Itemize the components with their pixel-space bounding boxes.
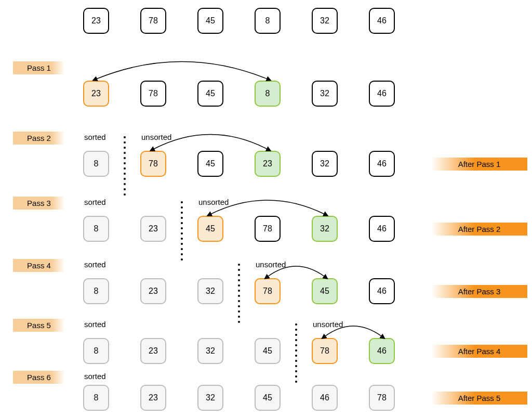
sorted-label: sorted [84,372,106,381]
array-cell-sorted: 8 [83,338,109,364]
array-cell: 78 [255,216,281,242]
array-cell-current: 78 [312,338,338,364]
divider-dots [124,136,126,196]
array-cell-sorted: 32 [197,385,223,411]
array-cell-sorted: 23 [140,278,166,304]
array-cell-sorted: 78 [369,385,395,411]
array-cell: 46 [369,278,395,304]
pass-label-4: Pass 4 [13,259,65,272]
array-cell-current: 45 [197,216,223,242]
divider-dots [181,201,183,261]
array-cell-current: 78 [140,151,166,177]
array-cell-sorted: 8 [83,216,109,242]
array-cell: 32 [312,151,338,177]
array-cell-min: 45 [312,278,338,304]
array-cell-sorted: 45 [255,385,281,411]
pass-label-3: Pass 3 [13,197,65,210]
array-cell: 23 [83,8,109,34]
pass-label-6: Pass 6 [13,371,65,384]
after-pass-label-3: After Pass 3 [431,285,527,298]
array-cell: 32 [312,8,338,34]
unsorted-label: unsorted [141,133,171,141]
sorted-label: sorted [84,320,106,329]
array-cell-sorted: 23 [140,216,166,242]
array-cell: 45 [197,8,223,34]
divider-dots [295,323,297,383]
after-pass-label-2: After Pass 2 [431,223,527,236]
array-cell: 78 [140,81,166,107]
array-cell: 8 [255,8,281,34]
unsorted-label: unsorted [256,260,286,269]
pass-label-2: Pass 2 [13,132,65,145]
array-cell-min: 8 [255,81,281,107]
array-cell-sorted: 8 [83,278,109,304]
array-cell-sorted: 8 [83,151,109,177]
after-pass-label-4: After Pass 4 [431,345,527,358]
array-cell-min: 32 [312,216,338,242]
array-cell: 32 [312,81,338,107]
sorted-label: sorted [84,198,106,206]
array-cell-current: 78 [255,278,281,304]
divider-dots [238,264,240,323]
array-cell-sorted: 23 [140,385,166,411]
array-cell: 46 [369,81,395,107]
array-cell: 45 [197,81,223,107]
array-cell: 46 [369,151,395,177]
after-pass-label-5: After Pass 5 [431,392,527,405]
array-cell-current: 23 [83,81,109,107]
array-cell-min: 46 [369,338,395,364]
array-cell: 78 [140,8,166,34]
sorted-label: sorted [84,133,106,141]
unsorted-label: unsorted [313,320,343,329]
array-cell-sorted: 8 [83,385,109,411]
after-pass-label-1: After Pass 1 [431,158,527,171]
array-cell-sorted: 32 [197,278,223,304]
pass-label-5: Pass 5 [13,319,65,332]
selection-sort-diagram: Pass 1 Pass 2 Pass 3 Pass 4 Pass 5 Pass … [0,0,532,416]
array-cell: 46 [369,216,395,242]
array-cell-min: 23 [255,151,281,177]
pass-label-1: Pass 1 [13,61,65,74]
array-cell-sorted: 46 [312,385,338,411]
array-cell: 46 [369,8,395,34]
array-cell-sorted: 23 [140,338,166,364]
array-cell-sorted: 32 [197,338,223,364]
array-cell-sorted: 45 [255,338,281,364]
array-cell: 45 [197,151,223,177]
sorted-label: sorted [84,260,106,269]
unsorted-label: unsorted [198,198,229,206]
